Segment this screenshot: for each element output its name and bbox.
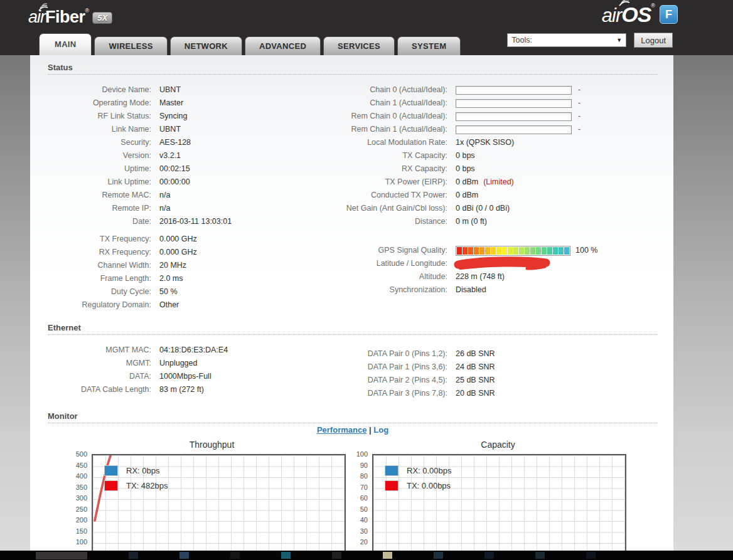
status-row: DATA Pair 1 (Pins 3,6):24 dB SNR: [333, 361, 658, 374]
charts-row: Throughput 500450400350300250200150100 R…: [48, 440, 658, 556]
row-label: TX Frequency:: [48, 233, 151, 246]
gps-segment: [502, 247, 507, 255]
row-label: Net Gain (Ant Gain/Cbl loss):: [333, 202, 447, 215]
gps-signal-bar: [456, 246, 570, 256]
row-label: GPS Signal Quality:: [333, 244, 447, 257]
chain-progress-bar: [456, 99, 572, 108]
row-label: Conducted TX Power:: [333, 189, 447, 202]
taskbar-icon[interactable]: [179, 552, 189, 559]
y-tick-label: 400: [76, 472, 87, 480]
gps-segment: [530, 247, 535, 255]
row-value: 2.0 ms: [159, 272, 183, 285]
logout-button[interactable]: Logout: [634, 33, 673, 48]
taskbar-icon[interactable]: [332, 552, 341, 559]
taskbar-icon[interactable]: [586, 552, 596, 559]
row-value: UBNT: [159, 123, 181, 136]
row-label: RF Link Status:: [48, 110, 151, 123]
status-row: TX Capacity:0 bps: [333, 149, 658, 162]
monitor-section-title: Monitor: [48, 411, 658, 423]
gps-segment: [496, 247, 501, 255]
y-tick-label: 200: [76, 516, 87, 524]
taskbar-icon[interactable]: [129, 552, 138, 559]
status-left-rows: Device Name:UBNTOperating Mode:MasterRF …: [48, 83, 333, 228]
tab-main[interactable]: MAIN: [39, 33, 92, 55]
tab-advanced[interactable]: ADVANCED: [245, 36, 321, 55]
legend-label: TX: 0.00bps: [407, 481, 451, 490]
status-row: DATA Pair 2 (Pins 4,5):25 dB SNR: [333, 374, 658, 387]
status-row: Rem Chain 0 (Actual/Ideal):-: [333, 110, 658, 123]
gps-segment: [513, 247, 518, 255]
y-tick-label: 450: [76, 462, 87, 469]
y-tick-label: 500: [76, 450, 87, 458]
status-row: Security:AES-128: [48, 136, 333, 149]
taskbar-icon[interactable]: [484, 552, 494, 559]
y-axis-ticks: 1009080706050403020: [351, 454, 372, 556]
status-row: MGMT MAC:04:18:D6:E3:DA:E4: [48, 344, 333, 357]
ethernet-right-rows: DATA Pair 0 (Pins 1,2):26 dB SNRDATA Pai…: [333, 347, 658, 400]
tools-dropdown[interactable]: Tools: ▼: [507, 33, 626, 47]
row-label: Date:: [48, 215, 151, 228]
row-value: Disabled: [456, 283, 486, 297]
ethernet-section-title: Ethernet: [48, 323, 658, 335]
chevron-down-icon: ▼: [616, 37, 622, 43]
monitor-links: Performance | Log: [48, 425, 658, 435]
row-label: Version:: [48, 149, 151, 162]
row-label: TX Power (EIRP):: [333, 176, 447, 189]
status-left-column: Device Name:UBNTOperating Mode:MasterRF …: [48, 83, 333, 312]
performance-link[interactable]: Performance: [317, 425, 366, 435]
gps-segment: [542, 247, 547, 255]
legend-swatch: [104, 465, 118, 476]
taskbar-icon[interactable]: [535, 552, 545, 559]
throughput-chart: Throughput 500450400350300250200150100 R…: [53, 440, 346, 556]
row-value: 0.000 GHz: [159, 246, 197, 259]
row-label: Regulatory Domain:: [48, 298, 151, 312]
row-label: Local Modulation Rate:: [333, 136, 447, 149]
y-tick-label: 150: [76, 527, 87, 535]
page: airFiber®5X airOS®F Tools: ▼ Logout MAIN…: [0, 0, 733, 560]
capacity-chart: Capacity 1009080706050403020 RX: 0.00bps…: [351, 440, 626, 556]
status-row: Version:v3.2.1: [48, 149, 333, 162]
status-row: Local Modulation Rate:1x (QPSK SISO): [333, 136, 658, 149]
gps-segment: [525, 247, 530, 255]
tab-system[interactable]: SYSTEM: [397, 36, 461, 55]
tools-dropdown-label: Tools:: [511, 36, 532, 45]
ethernet-columns: MGMT MAC:04:18:D6:E3:DA:E4MGMT:Unplugged…: [48, 344, 658, 400]
chain-value: -: [578, 110, 581, 123]
tab-wireless[interactable]: WIRELESS: [94, 36, 167, 55]
status-row: Device Name:UBNT: [48, 83, 333, 97]
taskbar-icon[interactable]: [383, 552, 392, 559]
y-tick-label: 20: [360, 538, 368, 546]
gps-segment: [564, 247, 569, 255]
wifi-arcs-icon: [36, 3, 53, 12]
gps-segment: [479, 247, 484, 255]
status-row: Uptime:00:02:15: [48, 162, 333, 176]
status-row: RX Capacity:0 bps: [333, 162, 658, 176]
log-link[interactable]: Log: [373, 425, 388, 435]
taskbar-icon[interactable]: [434, 552, 443, 559]
row-value: 00:00:00: [159, 176, 190, 189]
row-value: 00:02:15: [159, 162, 190, 176]
row-label: Chain 1 (Actual/Ideal):: [333, 97, 447, 110]
chain-value: -: [578, 83, 581, 97]
status-row: TX Power (EIRP):0 dBm(Limited): [333, 176, 658, 189]
y-tick-label: 80: [360, 472, 368, 480]
legend-label: RX: 0bps: [126, 466, 159, 475]
chart-plot-area: RX: 0.00bpsTX: 0.00bps: [372, 454, 626, 556]
tab-services[interactable]: SERVICES: [323, 36, 395, 55]
status-row: Date:2016-03-11 13:03:01: [48, 215, 333, 228]
airfiber-logo: airFiber®5X: [28, 8, 112, 27]
taskbar-icon[interactable]: [281, 552, 291, 559]
status-right-rows-2: GPS Signal Quality: 100 % Latitude / Lon…: [333, 244, 658, 297]
status-row: Distance:0 m (0 ft): [333, 215, 658, 228]
y-tick-label: 70: [360, 483, 368, 491]
taskbar-icon[interactable]: [230, 552, 240, 559]
status-row: RX Frequency:0.000 GHz: [48, 246, 333, 259]
row-label: TX Capacity:: [333, 149, 447, 162]
os-taskbar[interactable]: [0, 551, 733, 560]
status-row: Net Gain (Ant Gain/Cbl loss):0 dBi (0 / …: [333, 202, 658, 215]
taskbar-app-button[interactable]: [36, 552, 87, 559]
gps-segment: [559, 247, 564, 255]
row-value: 2016-03-11 13:03:01: [159, 215, 232, 228]
status-row: Chain 1 (Actual/Ideal):-: [333, 97, 658, 110]
tab-network[interactable]: NETWORK: [170, 36, 242, 55]
